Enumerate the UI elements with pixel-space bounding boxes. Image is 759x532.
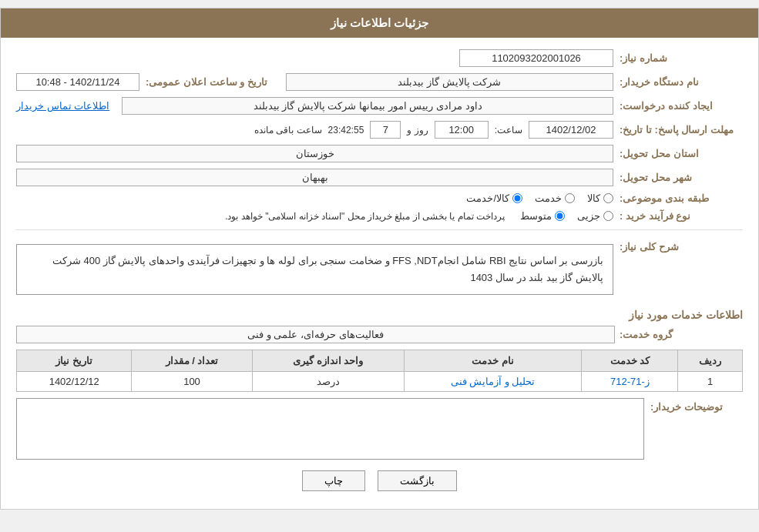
process-radio-motavasset-label: متوسط	[520, 210, 552, 222]
response-days-label: روز و	[407, 125, 428, 136]
category-radio-kala-khedmat-label: کالا/خدمت	[466, 192, 509, 204]
creator-label: ایجاد کننده درخواست:	[620, 100, 743, 112]
response-remaining-label: ساعت باقی مانده	[254, 125, 322, 136]
category-label: طبقه بندی موضوعی:	[620, 192, 743, 204]
province-value: خوزستان	[16, 145, 613, 162]
table-cell-code: ز-71-712	[582, 372, 678, 392]
col-header-unit: واحد اندازه گیری	[252, 350, 404, 372]
table-row: 1ز-71-712تحلیل و آزمایش فنیدرصد1001402/1…	[17, 372, 743, 392]
category-radio-group: کالا خدمت کالا/خدمت	[466, 192, 613, 204]
need-number-value: 1102093202001026	[459, 49, 613, 67]
buyer-org-label: نام دستگاه خریدار:	[620, 76, 743, 88]
process-radio-group: جزیی متوسط	[520, 210, 613, 222]
col-header-code: کد خدمت	[582, 350, 678, 372]
divider-1	[16, 229, 743, 230]
process-radio-motavasset-input[interactable]	[555, 211, 565, 221]
category-radio-khedmat-input[interactable]	[565, 193, 575, 203]
action-buttons: بازگشت چاپ	[16, 470, 743, 491]
response-remaining-value: 23:42:55	[328, 125, 364, 136]
contact-info-link[interactable]: اطلاعات تماس خریدار	[16, 100, 109, 112]
buyer-org-value: شرکت پالایش گاز بیدبلند	[286, 73, 613, 91]
process-note: پرداخت تمام یا بخشی از مبلغ خریداز محل "…	[225, 211, 505, 222]
need-number-label: شماره نیاز:	[620, 52, 743, 64]
announce-date-label: تاریخ و ساعت اعلان عمومی:	[146, 76, 267, 88]
print-button[interactable]: چاپ	[302, 470, 365, 491]
category-radio-kala-label: کالا	[587, 192, 600, 204]
category-radio-kala-khedmat-input[interactable]	[512, 193, 522, 203]
page-title: جزئیات اطلاعات نیاز	[331, 16, 428, 29]
table-cell-name: تحلیل و آزمایش فنی	[404, 372, 582, 392]
response-days-value: 7	[370, 121, 401, 139]
response-date-value: 1402/12/02	[529, 121, 613, 139]
col-header-qty: تعداد / مقدار	[132, 350, 252, 372]
description-text: بازرسی بر اساس نتایج RBI شامل انجامFFS ,…	[16, 244, 613, 295]
province-label: استان محل تحویل:	[620, 148, 743, 159]
col-header-name: نام خدمت	[404, 350, 582, 372]
table-cell-row: 1	[678, 372, 743, 392]
process-radio-jozi-input[interactable]	[603, 211, 613, 221]
process-radio-jozi[interactable]: جزیی	[577, 210, 613, 222]
response-deadline-label: مهلت ارسال پاسخ: تا تاریخ:	[620, 124, 743, 136]
process-radio-motavasset[interactable]: متوسط	[520, 210, 565, 222]
category-radio-kala[interactable]: کالا	[587, 192, 613, 204]
services-table: ردیف کد خدمت نام خدمت واحد اندازه گیری ت…	[16, 350, 743, 392]
table-cell-date: 1402/12/12	[17, 372, 132, 392]
category-radio-kala-input[interactable]	[603, 193, 613, 203]
process-radio-jozi-label: جزیی	[577, 210, 600, 222]
col-header-row: ردیف	[678, 350, 743, 372]
creator-value: داود مرادی رییس امور بیمانها شرکت پالایش…	[122, 97, 613, 115]
category-radio-kala-khedmat[interactable]: کالا/خدمت	[466, 192, 522, 204]
service-group-label: گروه خدمت:	[620, 329, 743, 340]
back-button[interactable]: بازگشت	[378, 470, 457, 491]
buyer-notes-textarea[interactable]	[16, 398, 644, 460]
table-cell-unit: درصد	[252, 372, 404, 392]
page-header: جزئیات اطلاعات نیاز	[1, 8, 758, 38]
process-type-label: نوع فرآیند خرید :	[620, 210, 743, 222]
service-group-value: فعالیت‌های حرفه‌ای، علمی و فنی	[16, 326, 615, 343]
category-radio-khedmat-label: خدمت	[535, 192, 562, 204]
city-label: شهر محل تحویل:	[620, 172, 743, 183]
buyer-notes-label: توضیحات خریدار:	[650, 398, 743, 413]
response-time-label: ساعت:	[495, 125, 522, 136]
description-label: شرح کلی نیاز:	[620, 238, 743, 253]
category-radio-khedmat[interactable]: خدمت	[535, 192, 575, 204]
col-header-date: تاریخ نیاز	[17, 350, 132, 372]
services-title: اطلاعات خدمات مورد نیاز	[16, 309, 743, 321]
city-value: بهبهان	[16, 169, 613, 186]
response-time-value: 12:00	[435, 121, 489, 139]
table-cell-quantity: 100	[132, 372, 252, 392]
announce-date-value: 1402/11/24 - 10:48	[16, 73, 139, 91]
